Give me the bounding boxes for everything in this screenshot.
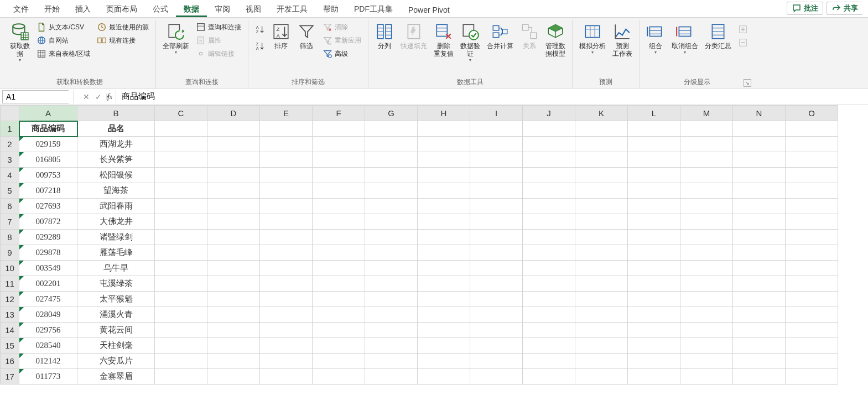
subtotal-button[interactable]: 分类汇总 <box>701 20 735 52</box>
row-header-11[interactable]: 11 <box>1 276 19 292</box>
cell-G17[interactable] <box>365 369 418 385</box>
row-header-13[interactable]: 13 <box>1 307 19 323</box>
row-header-3[interactable]: 3 <box>1 152 19 168</box>
cell-H10[interactable] <box>418 261 470 276</box>
cell-H1[interactable] <box>418 121 470 137</box>
cell-N17[interactable] <box>733 369 786 385</box>
cell-H14[interactable] <box>418 323 470 338</box>
cell-M14[interactable] <box>680 323 733 338</box>
cell-N16[interactable] <box>733 354 786 369</box>
cell-H15[interactable] <box>418 338 470 354</box>
cell-K9[interactable] <box>575 245 628 261</box>
column-header-D[interactable]: D <box>207 106 260 121</box>
cell-C8[interactable] <box>155 230 207 245</box>
cell-O11[interactable] <box>786 276 838 292</box>
get-data-button[interactable]: 获取数 据 ▾ <box>7 20 33 65</box>
cell-L17[interactable] <box>628 369 680 385</box>
cell-J7[interactable] <box>523 214 575 230</box>
cell-D8[interactable] <box>207 230 260 245</box>
cell-E4[interactable] <box>260 168 313 183</box>
cell-D11[interactable] <box>207 276 260 292</box>
cell-B14[interactable]: 黄花云间 <box>77 323 155 338</box>
cell-H2[interactable] <box>418 137 470 152</box>
cell-N15[interactable] <box>733 338 786 354</box>
cell-I9[interactable] <box>470 245 523 261</box>
cell-K17[interactable] <box>575 369 628 385</box>
column-header-H[interactable]: H <box>418 106 470 121</box>
outline-dialog-launcher[interactable]: ↘ <box>744 79 751 87</box>
whatif-analysis-button[interactable]: 模拟分析 ▾ <box>576 20 609 57</box>
share-button[interactable]: 共享 <box>827 2 862 15</box>
cell-A12[interactable]: 027475 <box>19 292 77 307</box>
cell-B12[interactable]: 太平猴魁 <box>77 292 155 307</box>
cell-A2[interactable]: 029159 <box>19 137 77 152</box>
cell-J11[interactable] <box>523 276 575 292</box>
cell-O5[interactable] <box>786 183 838 199</box>
remove-duplicates-button[interactable]: 删除 重复值 <box>430 20 457 60</box>
cell-E5[interactable] <box>260 183 313 199</box>
cell-C9[interactable] <box>155 245 207 261</box>
cell-L8[interactable] <box>628 230 680 245</box>
cell-J1[interactable] <box>523 121 575 137</box>
forecast-sheet-button[interactable]: 预测 工作表 <box>609 20 636 60</box>
cell-H8[interactable] <box>418 230 470 245</box>
cell-D14[interactable] <box>207 323 260 338</box>
row-header-12[interactable]: 12 <box>1 292 19 307</box>
cell-J2[interactable] <box>523 137 575 152</box>
consolidate-button[interactable]: 合并计算 <box>484 20 517 52</box>
cell-B6[interactable]: 武阳春雨 <box>77 199 155 214</box>
cell-A3[interactable]: 016805 <box>19 152 77 168</box>
cell-C7[interactable] <box>155 214 207 230</box>
cell-H4[interactable] <box>418 168 470 183</box>
cell-F4[interactable] <box>313 168 365 183</box>
cell-D7[interactable] <box>207 214 260 230</box>
cell-I4[interactable] <box>470 168 523 183</box>
cell-B5[interactable]: 望海茶 <box>77 183 155 199</box>
cell-F16[interactable] <box>313 354 365 369</box>
cell-D12[interactable] <box>207 292 260 307</box>
cell-L9[interactable] <box>628 245 680 261</box>
column-header-N[interactable]: N <box>733 106 786 121</box>
column-header-J[interactable]: J <box>523 106 575 121</box>
cell-N3[interactable] <box>733 152 786 168</box>
tab-视图[interactable]: 视图 <box>238 1 269 17</box>
cell-A11[interactable]: 002201 <box>19 276 77 292</box>
column-header-O[interactable]: O <box>786 106 838 121</box>
cell-H13[interactable] <box>418 307 470 323</box>
cell-B7[interactable]: 大佛龙井 <box>77 214 155 230</box>
cell-C3[interactable] <box>155 152 207 168</box>
insert-function-button[interactable]: fx <box>107 92 112 101</box>
cell-O9[interactable] <box>786 245 838 261</box>
cell-D15[interactable] <box>207 338 260 354</box>
cell-J16[interactable] <box>523 354 575 369</box>
cell-M15[interactable] <box>680 338 733 354</box>
show-detail-button[interactable] <box>737 23 749 35</box>
cell-K7[interactable] <box>575 214 628 230</box>
cell-M2[interactable] <box>680 137 733 152</box>
cell-O15[interactable] <box>786 338 838 354</box>
column-header-A[interactable]: A <box>19 106 77 121</box>
column-header-E[interactable]: E <box>260 106 313 121</box>
cell-E15[interactable] <box>260 338 313 354</box>
cell-G16[interactable] <box>365 354 418 369</box>
cell-B8[interactable]: 诸暨绿剑 <box>77 230 155 245</box>
cell-F15[interactable] <box>313 338 365 354</box>
cell-F8[interactable] <box>313 230 365 245</box>
cell-M5[interactable] <box>680 183 733 199</box>
cell-L4[interactable] <box>628 168 680 183</box>
cell-E13[interactable] <box>260 307 313 323</box>
cell-G12[interactable] <box>365 292 418 307</box>
column-header-F[interactable]: F <box>313 106 365 121</box>
cell-G13[interactable] <box>365 307 418 323</box>
row-header-6[interactable]: 6 <box>1 199 19 214</box>
cell-I8[interactable] <box>470 230 523 245</box>
cell-K15[interactable] <box>575 338 628 354</box>
cell-H7[interactable] <box>418 214 470 230</box>
cell-L2[interactable] <box>628 137 680 152</box>
cell-G15[interactable] <box>365 338 418 354</box>
cell-N1[interactable] <box>733 121 786 137</box>
cell-N11[interactable] <box>733 276 786 292</box>
cell-A14[interactable]: 029756 <box>19 323 77 338</box>
cell-C13[interactable] <box>155 307 207 323</box>
column-header-B[interactable]: B <box>77 106 155 121</box>
